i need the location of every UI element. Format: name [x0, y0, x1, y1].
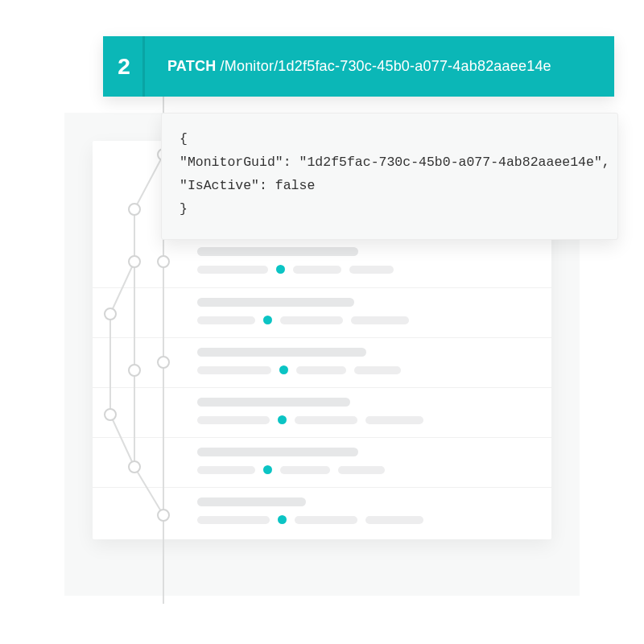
list-item [93, 337, 551, 387]
placeholder-bar [197, 398, 350, 407]
list-item [93, 387, 551, 437]
placeholder-subrow [197, 365, 534, 374]
placeholder-segment [293, 266, 341, 274]
list-item [93, 437, 551, 487]
status-dot [263, 316, 272, 324]
placeholder-subrow [197, 316, 534, 324]
list-item [93, 237, 551, 287]
placeholder-segment [280, 316, 343, 324]
step-number-badge: 2 [103, 36, 145, 97]
placeholder-bar [197, 298, 354, 307]
request-line: PATCH /Monitor/1d2f5fac-730c-45b0-a077-4… [145, 58, 551, 75]
placeholder-bar [197, 247, 358, 256]
placeholder-segment [197, 266, 268, 274]
placeholder-segment [197, 466, 255, 474]
placeholder-segment [338, 466, 385, 474]
placeholder-segment [197, 316, 255, 324]
placeholder-segment [295, 516, 357, 524]
placeholder-subrow [197, 265, 534, 274]
placeholder-segment [280, 466, 330, 474]
status-dot [263, 465, 272, 474]
request-body-code: { "MonitorGuid": "1d2f5fac-730c-45b0-a07… [161, 113, 618, 240]
placeholder-segment [197, 516, 270, 524]
placeholder-segment [365, 516, 423, 524]
status-dot [276, 265, 285, 274]
status-dot [278, 515, 287, 524]
placeholder-subrow [197, 415, 534, 424]
status-dot [278, 415, 287, 424]
placeholder-segment [197, 366, 271, 374]
http-method: PATCH [167, 58, 216, 74]
placeholder-segment [365, 416, 423, 424]
placeholder-bar [197, 348, 366, 357]
placeholder-segment [295, 416, 357, 424]
placeholder-segment [354, 366, 401, 374]
placeholder-segment [197, 416, 270, 424]
placeholder-bar [197, 448, 358, 456]
placeholder-segment [296, 366, 346, 374]
placeholder-bar [197, 497, 306, 506]
placeholder-subrow [197, 465, 534, 474]
placeholder-list [93, 237, 551, 537]
request-header: 2 PATCH /Monitor/1d2f5fac-730c-45b0-a077… [103, 36, 614, 97]
status-dot [279, 365, 288, 374]
placeholder-segment [351, 316, 409, 324]
list-item [93, 487, 551, 537]
placeholder-subrow [197, 515, 534, 524]
request-path: /Monitor/1d2f5fac-730c-45b0-a077-4ab82aa… [216, 58, 551, 74]
list-item [93, 287, 551, 337]
placeholder-segment [349, 266, 394, 274]
